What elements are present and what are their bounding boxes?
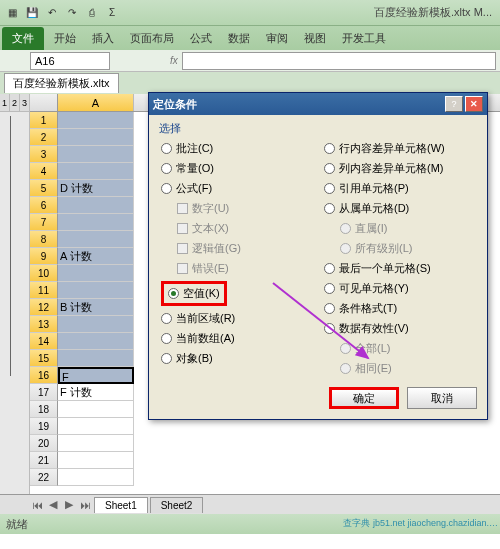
radio-icon: [324, 303, 335, 314]
option-可见单元格(Y)[interactable]: 可见单元格(Y): [322, 280, 477, 297]
workbook-tab[interactable]: 百度经验新模板.xltx: [4, 73, 119, 93]
cell[interactable]: [58, 146, 134, 163]
print-icon[interactable]: ⎙: [84, 5, 100, 21]
close-button[interactable]: ✕: [465, 96, 483, 112]
option-最后一个单元格(S)[interactable]: 最后一个单元格(S): [322, 260, 477, 277]
row-number[interactable]: 19: [30, 418, 58, 435]
cell[interactable]: [58, 316, 134, 333]
app-icon: ▦: [4, 5, 20, 21]
sheet-tab-1[interactable]: Sheet1: [94, 497, 148, 513]
row-number[interactable]: 13: [30, 316, 58, 333]
row-number[interactable]: 20: [30, 435, 58, 452]
dialog-titlebar[interactable]: 定位条件 ? ✕: [149, 93, 487, 115]
cell[interactable]: [58, 197, 134, 214]
cell[interactable]: [58, 214, 134, 231]
cell[interactable]: [58, 282, 134, 299]
row-number[interactable]: 16: [30, 367, 58, 384]
row-number[interactable]: 11: [30, 282, 58, 299]
option-从属单元格(D)[interactable]: 从属单元格(D): [322, 200, 477, 217]
row-number[interactable]: 5: [30, 180, 58, 197]
option-数据有效性(V)[interactable]: 数据有效性(V): [322, 320, 477, 337]
option-label: 列内容差异单元格(M): [339, 161, 444, 176]
row-number[interactable]: 15: [30, 350, 58, 367]
option-行内容差异单元格(W)[interactable]: 行内容差异单元格(W): [322, 140, 477, 157]
row-number[interactable]: 4: [30, 163, 58, 180]
tab-layout[interactable]: 页面布局: [122, 27, 182, 50]
row-number[interactable]: 1: [30, 112, 58, 129]
fx-label[interactable]: fx: [170, 55, 178, 66]
cell[interactable]: [58, 265, 134, 282]
undo-icon[interactable]: ↶: [44, 5, 60, 21]
row-number[interactable]: 21: [30, 452, 58, 469]
cancel-button[interactable]: 取消: [407, 387, 477, 409]
cell[interactable]: [58, 469, 134, 486]
cell[interactable]: [58, 401, 134, 418]
sum-icon[interactable]: Σ: [104, 5, 120, 21]
quick-access-toolbar: ▦ 💾 ↶ ↷ ⎙ Σ 百度经验新模板.xltx M...: [0, 0, 500, 26]
option-批注(C)[interactable]: 批注(C): [159, 140, 314, 157]
formula-input[interactable]: [182, 52, 496, 70]
tab-home[interactable]: 开始: [46, 27, 84, 50]
cell[interactable]: [58, 452, 134, 469]
save-icon[interactable]: 💾: [24, 5, 40, 21]
sheet-tab-2[interactable]: Sheet2: [150, 497, 204, 513]
cell[interactable]: F 计数: [58, 384, 134, 401]
option-公式(F)[interactable]: 公式(F): [159, 180, 314, 197]
redo-icon[interactable]: ↷: [64, 5, 80, 21]
nav-last-icon[interactable]: ⏭: [78, 499, 92, 511]
nav-next-icon[interactable]: ▶: [62, 498, 76, 511]
cell[interactable]: [58, 231, 134, 248]
row-number[interactable]: 2: [30, 129, 58, 146]
cell[interactable]: [58, 333, 134, 350]
help-button[interactable]: ?: [445, 96, 463, 112]
option-当前数组(A)[interactable]: 当前数组(A): [159, 330, 314, 347]
cell[interactable]: F: [58, 367, 134, 384]
row-number[interactable]: 10: [30, 265, 58, 282]
cell[interactable]: [58, 129, 134, 146]
cell[interactable]: [58, 163, 134, 180]
cell[interactable]: A 计数: [58, 248, 134, 265]
tab-view[interactable]: 视图: [296, 27, 334, 50]
row-number[interactable]: 7: [30, 214, 58, 231]
cell[interactable]: B 计数: [58, 299, 134, 316]
row-number[interactable]: 12: [30, 299, 58, 316]
name-box[interactable]: A16: [30, 52, 110, 70]
option-常量(O)[interactable]: 常量(O): [159, 160, 314, 177]
file-tab[interactable]: 文件: [2, 27, 44, 50]
tab-dev[interactable]: 开发工具: [334, 27, 394, 50]
cell[interactable]: [58, 350, 134, 367]
row-number[interactable]: 14: [30, 333, 58, 350]
nav-first-icon[interactable]: ⏮: [30, 499, 44, 511]
row-number[interactable]: 9: [30, 248, 58, 265]
col-A[interactable]: A: [58, 94, 134, 111]
tab-review[interactable]: 审阅: [258, 27, 296, 50]
tab-data[interactable]: 数据: [220, 27, 258, 50]
radio-icon: [340, 363, 351, 374]
row-number[interactable]: 6: [30, 197, 58, 214]
option-条件格式(T)[interactable]: 条件格式(T): [322, 300, 477, 317]
cell[interactable]: [58, 112, 134, 129]
option-引用单元格(P)[interactable]: 引用单元格(P): [322, 180, 477, 197]
tab-formula[interactable]: 公式: [182, 27, 220, 50]
row-number[interactable]: 22: [30, 469, 58, 486]
option-所有级别(L): 所有级别(L): [322, 240, 477, 257]
ok-button[interactable]: 确定: [329, 387, 399, 409]
cell[interactable]: [58, 418, 134, 435]
tab-insert[interactable]: 插入: [84, 27, 122, 50]
option-当前区域(R)[interactable]: 当前区域(R): [159, 310, 314, 327]
radio-icon: [161, 163, 172, 174]
row-number[interactable]: 18: [30, 401, 58, 418]
row-number[interactable]: 8: [30, 231, 58, 248]
cell[interactable]: [58, 435, 134, 452]
cell[interactable]: D 计数: [58, 180, 134, 197]
option-label: 引用单元格(P): [339, 181, 409, 196]
row-number[interactable]: 17: [30, 384, 58, 401]
option-空值(K)[interactable]: 空值(K): [159, 280, 314, 307]
option-列内容差异单元格(M)[interactable]: 列内容差异单元格(M): [322, 160, 477, 177]
option-对象(B)[interactable]: 对象(B): [159, 350, 314, 367]
nav-prev-icon[interactable]: ◀: [46, 498, 60, 511]
option-label: 当前区域(R): [176, 311, 235, 326]
option-label: 行内容差异单元格(W): [339, 141, 445, 156]
option-label: 所有级别(L): [355, 241, 412, 256]
row-number[interactable]: 3: [30, 146, 58, 163]
